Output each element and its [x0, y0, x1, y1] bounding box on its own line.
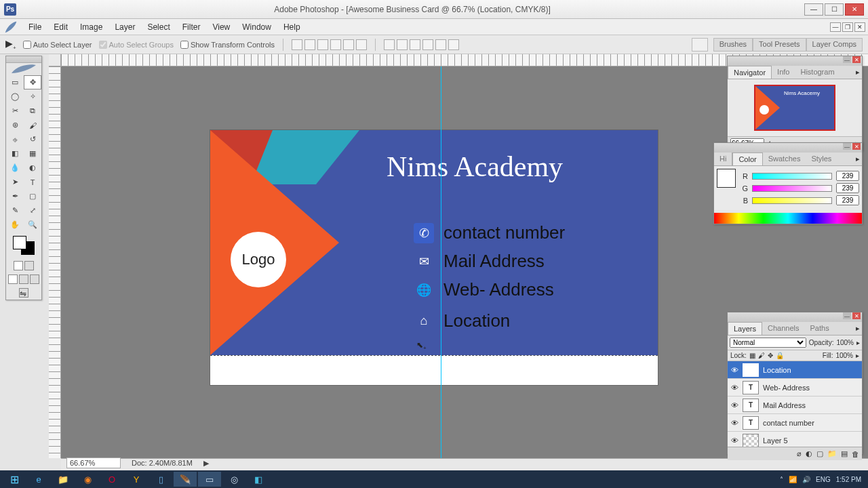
taskbar-app-icon[interactable]: ▯: [149, 472, 172, 487]
r-slider[interactable]: [752, 173, 832, 180]
tray-time[interactable]: 1:52 PM: [836, 476, 861, 483]
lock-pixels-icon[interactable]: 🖌: [758, 352, 765, 359]
tab-info[interactable]: Info: [772, 66, 795, 79]
menu-image[interactable]: Image: [75, 20, 108, 34]
color-panel-swatch[interactable]: [717, 169, 736, 188]
lasso-tool[interactable]: ◯: [6, 89, 24, 104]
quickmask-mode-button[interactable]: [24, 261, 34, 270]
layer-row[interactable]: 👁 T Location: [728, 361, 862, 379]
window-minimize-button[interactable]: —: [804, 3, 823, 16]
move-tool[interactable]: ✥: [24, 75, 41, 89]
layer-name[interactable]: Web- Address: [762, 384, 861, 392]
gradient-tool[interactable]: ▦: [24, 146, 41, 161]
new-layer-icon[interactable]: ▤: [841, 449, 848, 458]
taskbar-app-icon[interactable]: ◧: [247, 472, 270, 487]
distribute-top-button[interactable]: [384, 39, 395, 50]
panel-menu-icon[interactable]: ▸: [854, 152, 862, 165]
foreground-background-swatch[interactable]: [13, 236, 35, 255]
menu-window[interactable]: Window: [237, 20, 277, 34]
panel-menu-icon[interactable]: ▸: [854, 322, 862, 335]
screen-standard-button[interactable]: [8, 274, 18, 284]
vertical-ruler[interactable]: [49, 66, 61, 458]
opacity-value[interactable]: 100%: [836, 339, 854, 346]
tab-hidden[interactable]: Hi: [714, 152, 732, 165]
panel-close-button[interactable]: ✕: [852, 312, 861, 319]
show-transform-checkbox[interactable]: Show Transform Controls: [180, 41, 275, 49]
visibility-icon[interactable]: 👁: [729, 384, 740, 392]
tab-histogram[interactable]: Histogram: [795, 66, 840, 79]
tab-paths[interactable]: Paths: [805, 322, 835, 335]
menu-view[interactable]: View: [207, 20, 235, 34]
visibility-icon[interactable]: 👁: [729, 419, 740, 427]
layer-row[interactable]: 👁 T Mail Address: [728, 396, 862, 414]
eraser-tool[interactable]: ◧: [6, 146, 24, 161]
panel-minimize-button[interactable]: —: [843, 56, 851, 63]
path-selection-tool[interactable]: ➤: [6, 175, 24, 189]
new-group-icon[interactable]: 📁: [827, 449, 837, 458]
visibility-icon[interactable]: 👁: [729, 366, 740, 374]
tab-styles[interactable]: Styles: [806, 152, 837, 165]
taskbar-explorer-icon[interactable]: 📁: [52, 472, 75, 487]
color-spectrum[interactable]: [714, 213, 862, 224]
tray-network-icon[interactable]: 📶: [789, 476, 797, 483]
tab-layers[interactable]: Layers: [728, 322, 762, 335]
taskbar-ie-icon[interactable]: e: [27, 472, 50, 487]
type-tool[interactable]: T: [24, 175, 41, 189]
panel-minimize-button[interactable]: —: [843, 143, 851, 150]
taskbar-app-icon[interactable]: ▭: [198, 472, 221, 487]
tray-volume-icon[interactable]: 🔊: [802, 476, 810, 483]
taskbar-chrome-icon[interactable]: ◎: [222, 472, 245, 487]
b-input[interactable]: [836, 195, 859, 205]
screen-full-menu-button[interactable]: [19, 274, 28, 284]
status-zoom-input[interactable]: 66.67%: [66, 458, 121, 468]
panel-minimize-button[interactable]: —: [843, 312, 851, 319]
tab-color[interactable]: Color: [732, 152, 762, 165]
mdi-minimize-button[interactable]: —: [830, 22, 841, 32]
tab-brushes[interactable]: Brushes: [713, 38, 753, 52]
pen-tool[interactable]: ✒: [6, 189, 24, 203]
slice-tool[interactable]: ⧉: [24, 104, 41, 118]
magic-wand-tool[interactable]: ✧: [24, 89, 41, 104]
layer-row[interactable]: 👁 Layer 5: [728, 432, 862, 447]
layer-row[interactable]: 👁 T contact number: [728, 414, 862, 432]
layer-name[interactable]: Layer 5: [762, 436, 861, 445]
layer-name[interactable]: Mail Address: [762, 401, 861, 409]
tab-swatches[interactable]: Swatches: [763, 152, 806, 165]
distribute-right-button[interactable]: [448, 39, 459, 50]
jump-to-imageready-button[interactable]: ⇋: [19, 288, 28, 298]
r-input[interactable]: [836, 171, 859, 181]
link-layers-icon[interactable]: ⌀: [797, 449, 802, 458]
align-vcenter-button[interactable]: [304, 39, 315, 50]
document-canvas[interactable]: Logo Nims Academy ✆ contact number ✉ Mai…: [210, 130, 658, 385]
notes-tool[interactable]: ✎: [6, 203, 24, 218]
tray-lang[interactable]: ENG: [816, 476, 831, 483]
fill-value[interactable]: 100%: [835, 352, 853, 359]
start-button[interactable]: ⊞: [3, 472, 26, 487]
lock-position-icon[interactable]: ✥: [768, 352, 773, 359]
standard-mode-button[interactable]: [14, 261, 23, 270]
delete-layer-icon[interactable]: 🗑: [852, 450, 859, 458]
align-left-button[interactable]: [330, 39, 341, 50]
auto-select-groups-checkbox[interactable]: Auto Select Groups: [99, 41, 174, 49]
blend-mode-select[interactable]: Normal: [730, 338, 806, 348]
history-brush-tool[interactable]: ↺: [24, 132, 41, 146]
tab-layer-comps[interactable]: Layer Comps: [806, 38, 863, 52]
hand-tool[interactable]: ✋: [6, 218, 24, 232]
distribute-vcenter-button[interactable]: [397, 39, 408, 50]
layer-name[interactable]: Location: [762, 366, 861, 374]
mdi-restore-button[interactable]: ❐: [842, 22, 853, 32]
tab-tool-presets[interactable]: Tool Presets: [753, 38, 806, 52]
b-slider[interactable]: [752, 197, 832, 204]
marquee-tool[interactable]: ▭: [6, 75, 24, 89]
tab-channels[interactable]: Channels: [762, 322, 804, 335]
align-right-button[interactable]: [356, 39, 367, 50]
align-top-button[interactable]: [292, 39, 302, 50]
menu-help[interactable]: Help: [278, 20, 306, 34]
tab-navigator[interactable]: Navigator: [728, 66, 772, 79]
zoom-tool[interactable]: 🔍: [24, 218, 41, 232]
vertical-guide[interactable]: [441, 66, 441, 458]
panel-menu-icon[interactable]: ▸: [854, 66, 862, 79]
lock-transparency-icon[interactable]: ▦: [749, 352, 755, 359]
eyedropper-tool[interactable]: ⤢: [24, 203, 41, 218]
mdi-close-button[interactable]: ✕: [854, 22, 865, 32]
